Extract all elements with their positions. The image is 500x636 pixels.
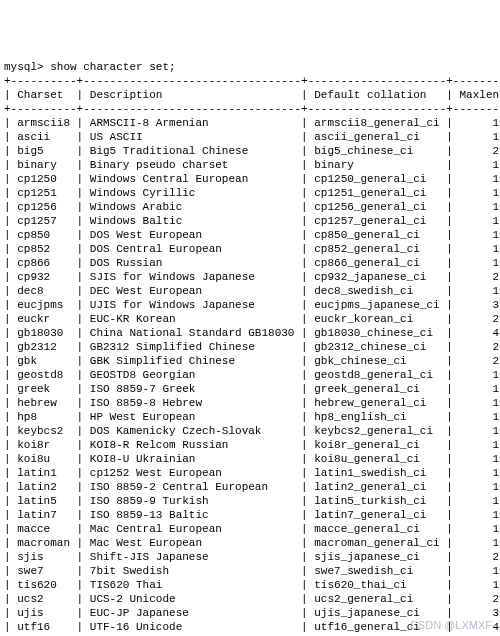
watermark: CSDN @LXMXF bbox=[410, 618, 492, 632]
terminal-output: mysql> show character set; +----------+-… bbox=[4, 60, 496, 636]
